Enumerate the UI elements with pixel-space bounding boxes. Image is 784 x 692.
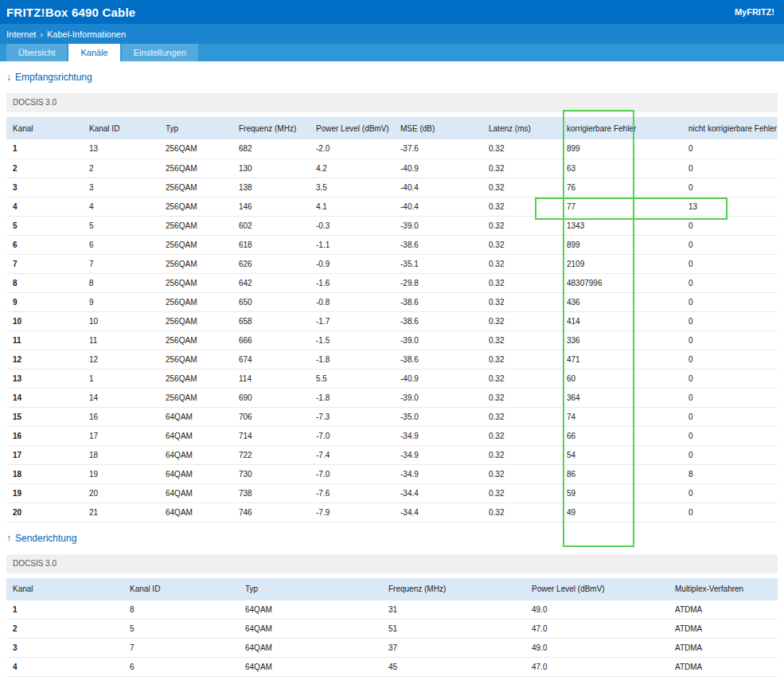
table-cell: 64QAM	[159, 445, 232, 464]
table-row: 4664QAM4547.0ATDMA	[6, 658, 778, 677]
table-cell: 0.32	[482, 330, 560, 350]
table-cell: -37.6	[394, 139, 482, 158]
table-cell: 14	[83, 388, 159, 407]
table-row: 181964QAM730-7.0-34.90.32868	[6, 464, 778, 483]
table-cell: 682	[232, 139, 310, 158]
table-cell: 256QAM	[159, 369, 232, 388]
table-cell: 5	[6, 216, 83, 235]
table-cell: 2	[6, 620, 123, 639]
table-row: 55256QAM602-0.3-39.00.3213430	[6, 216, 778, 235]
receive-channels-table: KanalKanal IDTypFrequenz (MHz)Power Leve…	[6, 117, 778, 522]
table-cell: 5	[83, 216, 159, 235]
table-cell: 7	[6, 254, 83, 273]
table-cell: 86	[560, 464, 682, 483]
table-cell: 674	[232, 350, 310, 369]
table-cell: 0	[682, 139, 778, 158]
send-channels-table: KanalKanal IDTypFrequenz (MHz)Power Leve…	[6, 578, 778, 678]
table-cell: 256QAM	[159, 158, 232, 178]
table-row: 151664QAM706-7.3-35.00.32740	[6, 407, 778, 426]
table-cell: -39.0	[394, 216, 482, 235]
tab-einstellungen[interactable]: Einstellungen	[122, 44, 198, 61]
table-cell: 0.32	[482, 426, 560, 445]
table-cell: -39.0	[394, 388, 482, 407]
table-cell: 64QAM	[159, 483, 232, 502]
table-cell: 12	[6, 350, 83, 369]
send-section-heading[interactable]: ↑ Senderichtung	[6, 533, 778, 544]
table-cell: -40.9	[394, 158, 482, 178]
table-row: 1010256QAM658-1.7-38.60.324140	[6, 311, 778, 330]
table-cell: 45	[382, 658, 525, 677]
breadcrumb-internet[interactable]: Internet	[6, 29, 36, 39]
table-cell: 436	[560, 292, 682, 311]
table-cell: 114	[232, 369, 310, 388]
table-cell: 6	[83, 235, 159, 254]
table-cell: 256QAM	[159, 254, 232, 273]
table-cell: 0	[682, 292, 778, 311]
table-cell: -40.4	[394, 178, 482, 197]
table-cell: 0.32	[482, 216, 560, 235]
table-cell: 9	[83, 292, 159, 311]
table-cell: 17	[6, 445, 83, 464]
table-cell: 0	[682, 388, 778, 407]
table-cell: 256QAM	[159, 139, 232, 158]
table-cell: 16	[83, 407, 159, 426]
table-cell: 64QAM	[159, 426, 232, 445]
table-cell: 0	[682, 216, 778, 235]
table-cell: 256QAM	[159, 273, 232, 292]
table-cell: -40.9	[394, 369, 482, 388]
column-header: Latenz (ms)	[482, 117, 560, 139]
table-cell: 13	[682, 197, 778, 216]
table-cell: -29.8	[394, 273, 482, 292]
table-cell: 64QAM	[239, 639, 382, 658]
column-header: Typ	[239, 578, 382, 600]
tab-uebersicht[interactable]: Übersicht	[6, 44, 67, 61]
table-cell: 0.32	[482, 311, 560, 330]
table-cell: 0	[682, 158, 778, 178]
table-cell: -0.8	[310, 292, 394, 311]
table-cell: 12	[83, 350, 159, 369]
table-cell: 4.2	[310, 158, 394, 178]
receive-section-heading[interactable]: ↓ Empfangsrichtung	[6, 72, 778, 83]
table-cell: -34.4	[394, 502, 482, 522]
table-row: 1414256QAM690-1.8-39.00.323640	[6, 388, 778, 407]
table-cell: 0	[682, 407, 778, 426]
table-row: 44256QAM1464.1-40.40.327713	[6, 197, 778, 216]
table-row: 1212256QAM674-1.8-38.60.324710	[6, 350, 778, 369]
table-cell: 47.0	[525, 620, 669, 639]
table-row: 131256QAM1145.5-40.90.32600	[6, 369, 778, 388]
send-docsis-bar: DOCSIS 3.0	[6, 554, 778, 573]
table-cell: -7.0	[310, 426, 394, 445]
table-cell: 19	[83, 464, 159, 483]
table-cell: 16	[6, 426, 83, 445]
table-cell: 13	[83, 139, 159, 158]
table-cell: 64QAM	[239, 620, 382, 639]
table-cell: -7.9	[310, 502, 394, 522]
table-cell: 3	[83, 178, 159, 197]
table-cell: 0.32	[482, 139, 560, 158]
table-cell: ATDMA	[669, 639, 778, 658]
table-row: 2564QAM5147.0ATDMA	[6, 620, 778, 639]
column-header: korrigierbare Fehler	[560, 117, 682, 139]
table-cell: 0	[682, 483, 778, 502]
table-cell: 0	[682, 273, 778, 292]
table-row: 1111256QAM666-1.5-39.00.323360	[6, 330, 778, 350]
table-cell: 690	[232, 388, 310, 407]
table-cell: 471	[560, 350, 682, 369]
table-cell: 706	[232, 407, 310, 426]
table-cell: 11	[83, 330, 159, 350]
table-cell: 3.5	[310, 178, 394, 197]
table-cell: -1.8	[310, 388, 394, 407]
table-cell: ATDMA	[669, 658, 778, 677]
table-cell: 0	[682, 311, 778, 330]
myfritz-link[interactable]: MyFRITZ!	[735, 7, 774, 17]
table-cell: 0	[682, 178, 778, 197]
table-cell: 15	[6, 407, 83, 426]
table-cell: 6	[123, 658, 239, 677]
table-cell: 0.32	[482, 388, 560, 407]
column-header: Kanal	[6, 578, 123, 600]
table-cell: 8	[83, 273, 159, 292]
table-cell: 64QAM	[159, 502, 232, 522]
column-header: Multiplex-Verfahren	[669, 578, 778, 600]
table-cell: 256QAM	[159, 197, 232, 216]
tab-kanaele[interactable]: Kanäle	[68, 44, 119, 61]
